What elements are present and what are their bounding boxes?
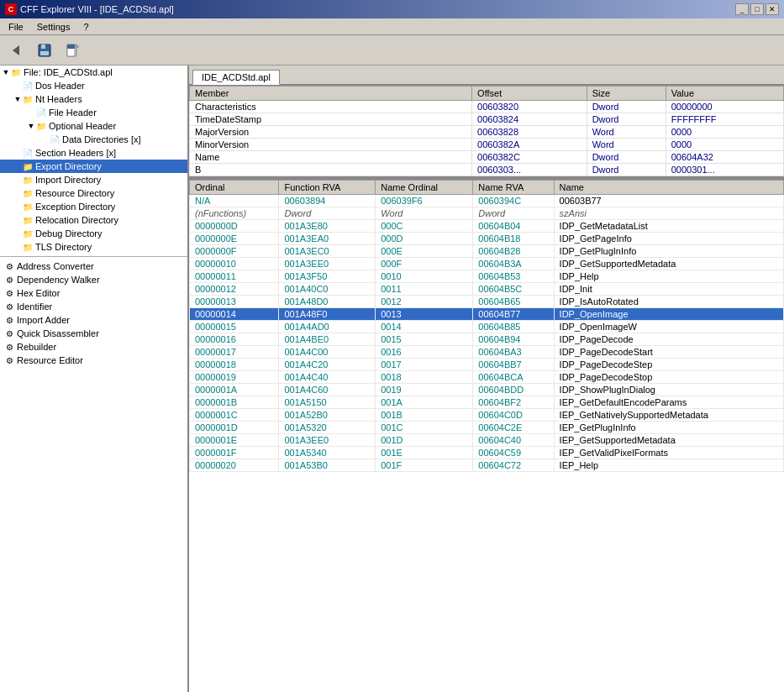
tree-item-resource-editor[interactable]: ⚙ Resource Editor [0,354,187,367]
table-row[interactable]: N/A00603894006039F60060394C00603B77 [190,195,784,207]
tree-item-file-header[interactable]: 📄 File Header [0,106,187,119]
table-cell: IDP_PageDecode [554,333,783,346]
item-icon: 📄 [22,80,34,92]
table-row[interactable]: 0000000D001A3E80000C00604B04IDP_GetMetad… [190,220,784,233]
tree-item-relocation-directory[interactable]: 📁 Relocation Directory [0,213,187,227]
left-panel[interactable]: ▼ 📁 File: IDE_ACDStd.apl 📄 Dos Header ▼ … [0,66,189,692]
table-cell: 001A5340 [279,447,376,459]
tree-arrow: ▼ [2,68,10,76]
table-cell: Word [587,126,666,139]
table-cell: IDP_IsAutoRotated [554,296,783,308]
table-row[interactable]: 0000001C001A52B0001B00604C0DIEP_GetNativ… [190,409,784,422]
table-cell: 000C [376,220,473,233]
col-name-ord: Name Ordinal [376,181,473,195]
table-row[interactable]: 00000012001A40C0001100604B5CIDP_Init [190,283,784,296]
table-cell: 00000010 [190,258,279,270]
save-button[interactable] [32,39,57,62]
table-row[interactable]: Characteristics00603820Dword00000000 [190,101,784,113]
table-cell: 001A3EE0 [279,434,376,447]
table-row[interactable]: 00000014001A48F0001300604B77IDP_OpenImag… [190,308,784,321]
table-cell: 00000013 [190,296,279,308]
window-controls[interactable]: _ □ ✕ [735,3,779,15]
table-cell: Dword [587,151,666,164]
tree-item-data-directories[interactable]: 📄 Data Directories [x] [0,133,187,146]
tree-item-hex-editor[interactable]: ⚙ Hex Editor [0,286,187,300]
table-row[interactable]: 0000001B001A5150001A00604BF2IEP_GetDefau… [190,396,784,409]
tree-item-debug-directory[interactable]: 📁 Debug Directory [0,227,187,240]
export-button[interactable] [61,39,86,62]
maximize-button[interactable]: □ [750,3,764,15]
table-cell: 001A3EA0 [279,233,376,245]
table-cell: 001F [376,459,473,472]
tree-item-section-headers[interactable]: 📄 Section Headers [x] [0,146,187,160]
back-button[interactable] [3,39,29,62]
table-row[interactable]: MinorVersion0060382AWord0000 [190,139,784,151]
table-row[interactable]: 00000016001A4BE0001500604B94IDP_PageDeco… [190,333,784,346]
table-cell: 001A3EC0 [279,245,376,258]
tree-item-import-adder[interactable]: ⚙ Import Adder [0,313,187,327]
table-row[interactable]: TimeDateStamp00603824DwordFFFFFFFF [190,113,784,126]
tree-item-import-directory[interactable]: 📁 Import Directory [0,173,187,186]
menu-help[interactable]: ? [78,21,93,33]
tree-item-identifier[interactable]: ⚙ Identifier [0,300,187,313]
tree-label: Resource Editor [17,355,83,365]
tree-item-tls-directory[interactable]: 📁 TLS Directory [0,240,187,254]
table-row[interactable]: 0000001A001A4C60001900604BDDIDP_ShowPlug… [190,384,784,396]
table-cell: IDP_Init [554,283,783,296]
tree-item-export-directory[interactable]: 📁 Export Directory [0,160,187,173]
tree-item-quick-disassembler[interactable]: ⚙ Quick Disassembler [0,327,187,340]
close-button[interactable]: ✕ [766,3,779,15]
minimize-button[interactable]: _ [735,3,749,15]
table-row[interactable]: 00000013001A48D0001200604B65IDP_IsAutoRo… [190,296,784,308]
tree-item-nt-headers[interactable]: ▼ 📁 Nt Headers [0,92,187,106]
col-func-rva: Function RVA [279,181,376,195]
col-offset: Offset [472,86,587,101]
table-cell: 001A48D0 [279,296,376,308]
tree-item-rebuilder[interactable]: ⚙ Rebuilder [0,340,187,354]
tab-ide-acdstd[interactable]: IDE_ACDStd.apl [192,70,280,85]
tree-item-optional-header[interactable]: ▼ 📁 Optional Header [0,119,187,133]
table-row[interactable]: 0000001F001A5340001E00604C59IEP_GetValid… [190,447,784,459]
table-row[interactable]: 00000015001A4AD0001400604B85IDP_OpenImag… [190,321,784,333]
tree-item-root[interactable]: ▼ 📁 File: IDE_ACDStd.apl [0,66,187,79]
tree-item-address-converter[interactable]: ⚙ Address Converter [0,260,187,273]
table-row[interactable]: 0000000F001A3EC0000E00604B28IDP_GetPlugI… [190,245,784,258]
item-icon: 📄 [35,107,47,118]
tree-label: Exception Directory [35,202,115,212]
menu-file[interactable]: File [3,21,29,33]
table-row[interactable]: Name0060382CDword00604A32 [190,151,784,164]
table-row[interactable]: 00000019001A4C40001800604BCAIDP_PageDeco… [190,371,784,384]
tree-label: Address Converter [17,261,94,271]
tree-item-dependency-walker[interactable]: ⚙ Dependency Walker [0,273,187,286]
table-cell: 0016 [376,346,473,359]
table-row[interactable]: (nFunctions)DwordWordDwordszAnsi [190,207,784,220]
right-panel: IDE_ACDStd.apl Member Offset Size Value … [189,66,784,692]
table-row[interactable]: 00000017001A4C00001600604BA3IDP_PageDeco… [190,346,784,359]
table-row[interactable]: 00000011001A3F50001000604B53IDP_Help [190,270,784,283]
table-cell: 00604BF2 [473,396,554,409]
lower-table-container[interactable]: Ordinal Function RVA Name Ordinal Name R… [189,180,784,692]
table-row[interactable]: 0000001E001A3EE0001D00604C40IEP_GetSuppo… [190,434,784,447]
tree-item-dos-header[interactable]: 📄 Dos Header [0,79,187,92]
tree-item-exception-directory[interactable]: 📁 Exception Directory [0,200,187,213]
table-row[interactable]: 00000020001A53B0001F00604C72IEP_Help [190,459,784,472]
table-row[interactable]: MajorVersion00603828Word0000 [190,126,784,139]
table-cell: 00604B28 [473,245,554,258]
table-row[interactable]: 0000001D001A5320001C00604C2EIEP_GetPlugI… [190,422,784,434]
table-cell: 000F [376,258,473,270]
table-cell: 00604C72 [473,459,554,472]
table-cell: 001A40C0 [279,283,376,296]
tree-item-resource-directory[interactable]: 📁 Resource Directory [0,186,187,200]
menu-bar: File Settings ? [0,18,784,35]
table-row[interactable]: 00000018001A4C20001700604BB7IDP_PageDeco… [190,359,784,371]
table-row[interactable]: B0060303...Dword0000301... [190,164,784,176]
pe-header-table: Member Offset Size Value Characteristics… [189,86,784,176]
table-cell: 001A3F50 [279,270,376,283]
menu-settings[interactable]: Settings [32,21,76,33]
table-row[interactable]: 00000010001A3EE0000F00604B3AIDP_GetSuppo… [190,258,784,270]
upper-table-container[interactable]: Member Offset Size Value Characteristics… [189,86,784,178]
col-size: Size [587,86,666,101]
tool-icon: ⚙ [3,341,15,353]
table-row[interactable]: 0000000E001A3EA0000D00604B18IDP_GetPageI… [190,233,784,245]
tree-arrow [13,176,22,184]
